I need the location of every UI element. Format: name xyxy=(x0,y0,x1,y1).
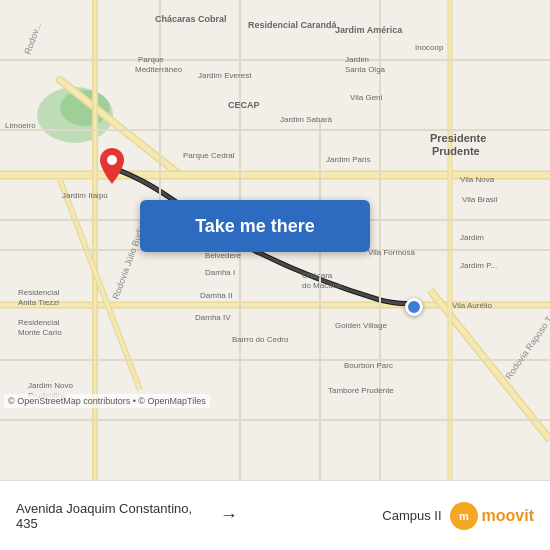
svg-text:Chácaras Cobral: Chácaras Cobral xyxy=(155,14,227,24)
svg-text:Limoeiro: Limoeiro xyxy=(5,121,36,130)
svg-text:Damha IV: Damha IV xyxy=(195,313,231,322)
svg-text:Chácara: Chácara xyxy=(302,271,333,280)
svg-text:do Macuco: do Macuco xyxy=(302,281,342,290)
svg-text:Santa Olga: Santa Olga xyxy=(345,65,386,74)
moovit-text: moovit xyxy=(482,507,534,525)
svg-text:Parque: Parque xyxy=(138,55,164,64)
svg-text:Monte Carlo: Monte Carlo xyxy=(18,328,62,337)
destination-pin xyxy=(405,298,423,316)
svg-text:Residencial: Residencial xyxy=(18,288,60,297)
svg-text:Damha II: Damha II xyxy=(200,291,232,300)
to-address: Campus II xyxy=(248,508,442,523)
moovit-logo: m moovit xyxy=(450,502,534,530)
svg-text:Tamboré Prudente: Tamboré Prudente xyxy=(328,386,394,395)
svg-text:m: m xyxy=(459,510,469,522)
svg-text:Vila Nova: Vila Nova xyxy=(460,175,495,184)
svg-text:Vila Brasil: Vila Brasil xyxy=(462,195,498,204)
svg-text:Anita Tiezzi: Anita Tiezzi xyxy=(18,298,59,307)
svg-text:Damha I: Damha I xyxy=(205,268,235,277)
svg-text:Jardim Paris: Jardim Paris xyxy=(326,155,370,164)
svg-text:Parque Cedral: Parque Cedral xyxy=(183,151,235,160)
from-address: Avenida Joaquim Constantino, 435 xyxy=(16,501,210,531)
svg-text:Prudente: Prudente xyxy=(432,145,480,157)
svg-text:Presidente: Presidente xyxy=(430,132,486,144)
svg-text:Jardim Itaipú: Jardim Itaipú xyxy=(62,191,108,200)
svg-text:Belvedere: Belvedere xyxy=(205,251,242,260)
svg-text:Jardim Sabarà: Jardim Sabarà xyxy=(280,115,333,124)
svg-text:Vila Formosa: Vila Formosa xyxy=(368,248,416,257)
svg-text:Residencial Carandá: Residencial Carandá xyxy=(248,20,338,30)
svg-text:Vila Geni: Vila Geni xyxy=(350,93,383,102)
osm-attribution: © OpenStreetMap contributors • © OpenMap… xyxy=(4,394,210,408)
map-container: Rodovia Júlio Budiski Rodovia Raposo T..… xyxy=(0,0,550,480)
svg-text:Jardim: Jardim xyxy=(460,233,484,242)
arrow-icon: → xyxy=(220,505,238,526)
svg-text:Golden Village: Golden Village xyxy=(335,321,387,330)
svg-text:Jardim: Jardim xyxy=(345,55,369,64)
moovit-icon: m xyxy=(450,502,478,530)
bottom-bar: Avenida Joaquim Constantino, 435 → Campu… xyxy=(0,480,550,550)
svg-point-71 xyxy=(107,155,117,165)
svg-text:Inocoop: Inocoop xyxy=(415,43,444,52)
svg-text:Residencial: Residencial xyxy=(18,318,60,327)
svg-text:Mediterrâneo: Mediterrâneo xyxy=(135,65,183,74)
svg-text:Bairro do Cedro: Bairro do Cedro xyxy=(232,335,289,344)
svg-text:CECAP: CECAP xyxy=(228,100,260,110)
svg-text:Jardim P...: Jardim P... xyxy=(460,261,497,270)
svg-text:Jardim Everest: Jardim Everest xyxy=(198,71,252,80)
svg-text:Jardim Novo: Jardim Novo xyxy=(28,381,73,390)
take-me-there-button[interactable]: Take me there xyxy=(140,200,370,252)
svg-text:Jardim América: Jardim América xyxy=(335,25,403,35)
svg-text:Bourbon Parc: Bourbon Parc xyxy=(344,361,393,370)
svg-text:Vila Aurélio: Vila Aurélio xyxy=(452,301,492,310)
origin-pin xyxy=(100,148,124,180)
